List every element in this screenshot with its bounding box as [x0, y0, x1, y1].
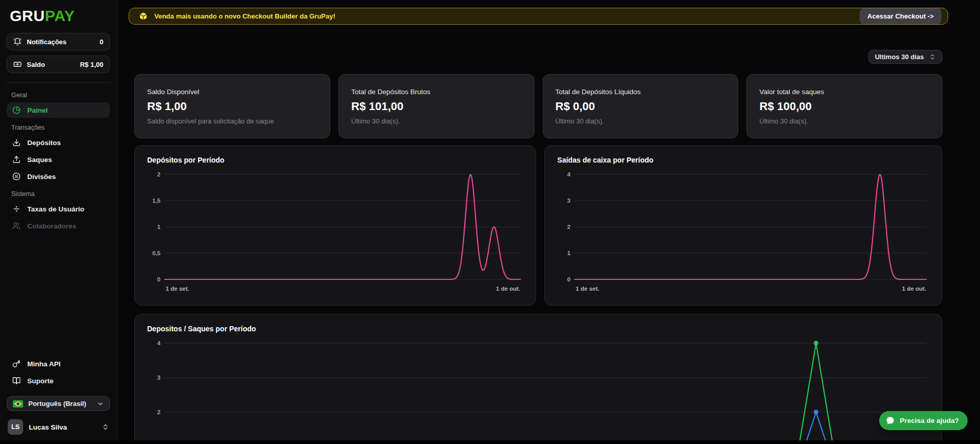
section-label-sistema: Sistema: [7, 186, 110, 201]
stat-value: R$ 1,00: [147, 100, 317, 113]
svg-text:1: 1: [567, 250, 571, 256]
sidebar-item-taxas-de-usuario[interactable]: Taxas de Usuário: [7, 201, 110, 217]
percent-circle-icon: [12, 172, 21, 181]
svg-text:1: 1: [157, 224, 161, 230]
main-content: Venda mais usando o novo Checkout Builde…: [117, 0, 980, 444]
stat-value: R$ 101,00: [351, 100, 522, 113]
logo-text-gru: GRU: [10, 7, 45, 24]
acessar-checkout-button[interactable]: Acessar Checkout ->: [860, 8, 941, 24]
svg-text:3: 3: [567, 198, 571, 204]
notifications-label: Notificações: [27, 38, 66, 46]
svg-text:1 de set.: 1 de set.: [166, 286, 189, 292]
stat-card-saldo-disponivel: Saldo Disponível R$ 1,00 Saldo disponíve…: [134, 74, 330, 138]
balance-label: Saldo: [27, 61, 45, 68]
section-label-transacoes: Transações: [7, 119, 110, 135]
svg-text:2: 2: [567, 224, 571, 230]
sidebar-item-depositos[interactable]: Depósitos: [7, 135, 110, 150]
logo-text-pay: PAY: [45, 7, 75, 24]
language-selector[interactable]: Português (Brasil): [7, 396, 110, 411]
divide-icon: [12, 205, 21, 213]
chart-card-saidas-de-caixa: Saídas de caixa por Período 432101 de se…: [544, 145, 942, 306]
bell-icon: [13, 38, 22, 46]
svg-text:4: 4: [567, 171, 571, 177]
svg-text:1 de out.: 1 de out.: [496, 286, 520, 292]
chevrons-up-down-icon: [929, 54, 936, 60]
depositos-saques-chart-svg: 432: [147, 337, 930, 444]
banknote-icon: [13, 60, 22, 68]
depositos-chart-svg: 21,510,501 de set.1 de out.: [147, 168, 523, 295]
language-label: Português (Brasil): [28, 400, 86, 407]
sidebar-spacer: [7, 235, 110, 356]
avatar: LS: [8, 419, 23, 435]
stat-title: Total de Depósitos Líquidos: [556, 88, 726, 96]
sidebar-item-label: Taxas de Usuário: [27, 205, 84, 213]
svg-text:0,5: 0,5: [152, 250, 161, 256]
sidebar-item-colaboradores[interactable]: Colaboradores: [7, 218, 110, 234]
notifications-count: 0: [100, 38, 103, 46]
svg-text:1,5: 1,5: [152, 198, 161, 204]
download-icon: [12, 138, 21, 147]
svg-text:4: 4: [157, 340, 161, 346]
banner-message: Venda mais usando o novo Checkout Builde…: [138, 11, 335, 21]
users-icon: [12, 222, 21, 230]
balance-button[interactable]: Saldo R$ 1,00: [7, 56, 110, 73]
sidebar-item-saques[interactable]: Saques: [7, 152, 110, 167]
svg-text:2: 2: [157, 409, 161, 415]
app-root: GRUPAY Notificações 0 Saldo R$ 1,00 Gera…: [0, 0, 980, 444]
svg-text:3: 3: [157, 375, 161, 381]
svg-text:2: 2: [157, 171, 161, 177]
sidebar-item-label: Saques: [27, 156, 52, 164]
sidebar-item-label: Painel: [27, 106, 48, 114]
chat-bubble-icon: [885, 416, 895, 425]
svg-text:1 de set.: 1 de set.: [576, 286, 599, 292]
stat-subtitle: Último 30 dia(s).: [556, 117, 726, 125]
pie-chart-icon: [12, 106, 21, 114]
book-open-icon: [12, 377, 21, 385]
balance-value: R$ 1,00: [80, 61, 103, 68]
chart-title: Depósitos por Período: [147, 156, 523, 164]
notifications-button[interactable]: Notificações 0: [7, 33, 110, 50]
stat-card-depositos-liquidos: Total de Depósitos Líquidos R$ 0,00 Últi…: [543, 74, 739, 138]
stat-title: Total de Depósitos Brutos: [351, 88, 522, 96]
stat-cards-row: Saldo Disponível R$ 1,00 Saldo disponíve…: [134, 74, 942, 138]
sidebar-item-label: Colaboradores: [27, 222, 76, 230]
key-icon: [12, 360, 21, 368]
package-icon: [138, 11, 148, 21]
window-bottom-edge: [0, 440, 980, 444]
sidebar-item-minha-api[interactable]: Minha API: [7, 356, 110, 371]
checkout-banner: Venda mais usando o novo Checkout Builde…: [129, 8, 948, 25]
stat-value: R$ 100,00: [759, 100, 930, 113]
stat-card-valor-saques: Valor total de saques R$ 100,00 Último 3…: [746, 74, 942, 138]
sidebar-item-label: Divisões: [27, 173, 56, 181]
sidebar-item-suporte[interactable]: Suporte: [7, 373, 110, 388]
sidebar-item-painel[interactable]: Painel: [7, 102, 110, 118]
help-button-label: Precisa de ajuda?: [900, 417, 959, 424]
dashboard-content: Saldo Disponível R$ 1,00 Saldo disponíve…: [117, 64, 980, 444]
saidas-chart-svg: 432101 de set.1 de out.: [557, 168, 930, 295]
sidebar-divider: [6, 82, 111, 83]
banner-text: Venda mais usando o novo Checkout Builde…: [154, 12, 335, 20]
sidebar-item-divisoes[interactable]: Divisões: [7, 169, 110, 184]
grupay-logo[interactable]: GRUPAY: [7, 6, 110, 33]
stat-title: Valor total de saques: [759, 88, 930, 96]
sidebar-item-label: Minha API: [27, 360, 61, 368]
section-label-geral: Geral: [7, 87, 110, 102]
upload-icon: [12, 155, 21, 164]
period-filter-select[interactable]: Ultimos 30 dias: [868, 50, 942, 64]
chart-title: Depositos / Saques por Período: [147, 325, 930, 333]
user-menu[interactable]: LS Lucas Silva: [7, 419, 110, 439]
charts-row: Depósitos por Período 21,510,501 de set.…: [134, 145, 942, 306]
stat-value: R$ 0,00: [556, 100, 726, 113]
toolbar-row: Ultimos 30 dias: [134, 50, 942, 64]
sidebar-item-label: Depósitos: [27, 139, 61, 147]
svg-text:0: 0: [157, 276, 161, 282]
chevrons-up-down-icon: [102, 423, 109, 431]
period-filter-value: Ultimos 30 dias: [875, 53, 924, 61]
stat-subtitle: Último 30 dia(s).: [351, 117, 522, 125]
stat-card-depositos-brutos: Total de Depósitos Brutos R$ 101,00 Últi…: [338, 74, 534, 138]
chart-title: Saídas de caixa por Período: [557, 156, 930, 164]
sidebar: GRUPAY Notificações 0 Saldo R$ 1,00 Gera…: [0, 0, 117, 444]
svg-text:0: 0: [567, 276, 571, 282]
chart-card-depositos-saques: Depositos / Saques por Período 432: [134, 314, 942, 444]
help-button[interactable]: Precisa de ajuda?: [879, 411, 968, 430]
